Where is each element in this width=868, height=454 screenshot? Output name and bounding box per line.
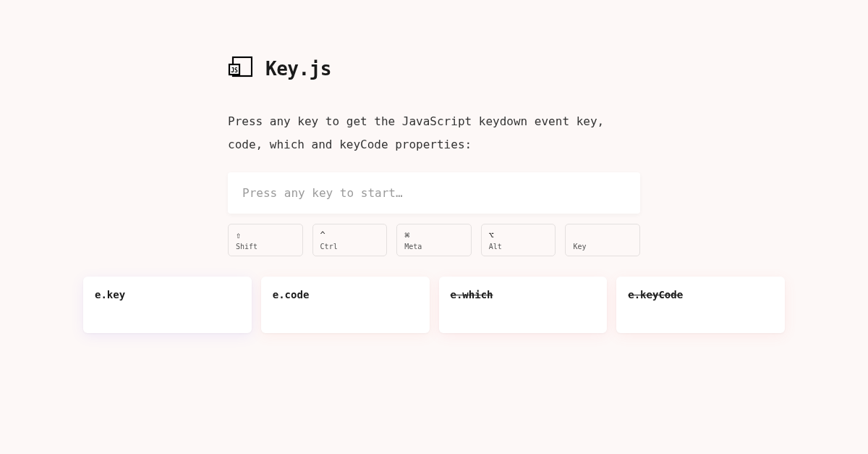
modifier-label: Shift xyxy=(236,243,258,251)
key-input[interactable] xyxy=(228,172,640,214)
result-card-which: e.which xyxy=(439,277,608,333)
result-label: e.which xyxy=(451,289,493,300)
modifier-key[interactable]: Key xyxy=(565,224,640,256)
header: JS Key.js xyxy=(228,56,640,81)
result-label: e.key xyxy=(95,289,125,300)
description: Press any key to get the JavaScript keyd… xyxy=(228,110,640,156)
result-card-keycode: e.keyCode xyxy=(616,277,785,333)
result-label: e.keyCode xyxy=(628,289,683,300)
modifier-label: Ctrl xyxy=(320,243,338,251)
modifier-row: ⇧ Shift ^ Ctrl ⌘ Meta ⌥ Alt Key xyxy=(228,224,640,256)
modifier-alt[interactable]: ⌥ Alt xyxy=(481,224,556,256)
result-row: e.key e.code e.which e.keyCode xyxy=(83,277,785,333)
page-title: Key.js xyxy=(265,58,331,80)
modifier-label: Key xyxy=(573,243,586,251)
modifier-label: Meta xyxy=(404,243,422,251)
modifier-label: Alt xyxy=(489,243,502,251)
result-card-key: e.key xyxy=(83,277,252,333)
ctrl-icon: ^ xyxy=(320,230,326,240)
modifier-meta[interactable]: ⌘ Meta xyxy=(396,224,472,256)
alt-icon: ⌥ xyxy=(489,230,494,240)
shift-icon: ⇧ xyxy=(236,230,241,240)
result-label: e.code xyxy=(273,289,310,300)
modifier-shift[interactable]: ⇧ Shift xyxy=(228,224,303,256)
svg-text:JS: JS xyxy=(231,67,238,74)
result-card-code: e.code xyxy=(261,277,430,333)
meta-icon: ⌘ xyxy=(404,230,409,240)
logo-icon: JS xyxy=(228,56,252,81)
modifier-ctrl[interactable]: ^ Ctrl xyxy=(312,224,388,256)
